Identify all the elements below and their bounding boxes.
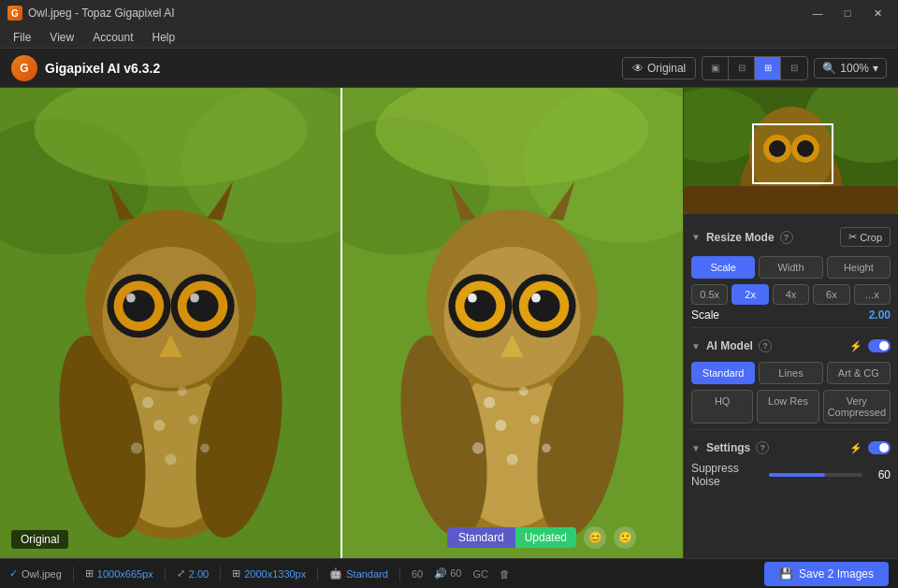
suppress-noise-value: 60 (868, 468, 891, 481)
window-title: Owl.jpeg - Topaz Gigapixel AI (28, 7, 175, 20)
titlebar: G Owl.jpeg - Topaz Gigapixel AI — □ ✕ (0, 0, 898, 26)
settings-bolt-icon: ⚡ (849, 442, 862, 454)
zoom-value: 100% (840, 62, 869, 75)
comparison-divider[interactable] (340, 88, 342, 558)
svg-point-22 (178, 387, 187, 396)
settings-section[interactable]: ▼ Settings ? ⚡ (691, 436, 891, 458)
model-art-cg[interactable]: Art & CG (827, 362, 891, 384)
view-mode-controls: ▣ ⊟ ⊞ ⊟ (702, 56, 808, 80)
original-view-button[interactable]: 👁 Original (622, 57, 696, 79)
app-header: G Gigapixel AI v6.3.2 👁 Original ▣ ⊟ ⊞ ⊟… (0, 49, 898, 88)
app-logo-area: G Gigapixel AI v6.3.2 (11, 55, 160, 81)
sep3 (220, 566, 221, 581)
eye-icon: 👁 (632, 62, 644, 75)
scale-display: 2.00 (189, 568, 209, 580)
right-panel: ▼ Resize Mode ? ✂ Crop Scale Width Heigh… (683, 88, 898, 558)
app-title: Gigapixel AI v6.3.2 (45, 61, 160, 76)
delete-icon[interactable]: 🗑 (500, 568, 510, 580)
mini-preview[interactable] (684, 88, 898, 214)
divider-2 (691, 429, 891, 430)
single-view-button[interactable]: ▣ (702, 57, 729, 79)
menu-help[interactable]: Help (145, 29, 183, 46)
side-by-side-view-button[interactable]: ⊟ (729, 57, 755, 79)
app-logo: G (11, 55, 37, 81)
output-dimensions: 2000x1330px (244, 568, 306, 580)
model-icon: 🤖 (329, 567, 342, 580)
svg-point-54 (506, 453, 517, 465)
svg-point-43 (468, 294, 477, 303)
ai-model-help[interactable]: ? (759, 339, 772, 352)
sep2 (165, 566, 166, 581)
menu-view[interactable]: View (42, 29, 81, 46)
suppress-noise-slider-container: 60 (769, 468, 891, 481)
resize-mode-section[interactable]: ▼ Resize Mode ? ✂ Crop (691, 222, 891, 251)
input-dims-icon: ⊞ (85, 567, 94, 580)
settings-actions: ⚡ (849, 441, 891, 454)
settings-toggle[interactable] (868, 441, 891, 454)
svg-point-53 (472, 442, 484, 453)
zoom-chevron: ▾ (873, 62, 878, 75)
model-lines[interactable]: Lines (759, 362, 822, 384)
maximize-button[interactable]: □ (834, 0, 861, 26)
gc-label: GC (472, 568, 488, 580)
processed-image (341, 88, 683, 558)
close-button[interactable]: ✕ (864, 0, 891, 26)
ai-model-toggle[interactable] (868, 339, 891, 352)
ai-model-title: AI Model (706, 339, 753, 352)
scale-4x[interactable]: 4x (773, 284, 809, 305)
height-tab[interactable]: Height (827, 256, 891, 279)
scale-value-row: Scale 2.00 (691, 308, 891, 322)
settings-help[interactable]: ? (756, 441, 769, 454)
zoom-control[interactable]: 🔍 100% ▾ (814, 58, 887, 79)
thumbs-down-button[interactable]: 🙁 (614, 526, 636, 549)
svg-point-55 (542, 443, 551, 452)
scale-2x[interactable]: 2x (731, 284, 768, 305)
suppress-noise-slider[interactable] (769, 473, 862, 477)
svg-point-23 (153, 420, 165, 431)
divider-1 (691, 327, 891, 328)
svg-point-51 (495, 420, 506, 431)
settings-chevron: ▼ (691, 443, 701, 453)
scale-icon: ⤢ (177, 567, 185, 580)
ai-model-actions: ⚡ (849, 339, 891, 352)
menu-account[interactable]: Account (85, 29, 140, 46)
model-low-res[interactable]: Low Res (757, 390, 818, 423)
model-standard[interactable]: Standard (691, 362, 755, 384)
model-very-compressed[interactable]: Very Compressed (823, 390, 891, 423)
crop-icon: ✂ (848, 231, 857, 243)
svg-point-15 (126, 294, 136, 303)
crop-button[interactable]: ✂ Crop (840, 227, 891, 247)
split-view-button[interactable]: ⊞ (755, 57, 781, 79)
model-item: 🤖 Standard (329, 567, 388, 580)
badge-updated: Updated (515, 527, 576, 548)
width-tab[interactable]: Width (759, 256, 822, 279)
image-viewer[interactable]: Original Standard Updated 😊 🙁 (0, 88, 683, 558)
resize-mode-help[interactable]: ? (780, 231, 793, 244)
input-dimensions: 1000x665px (97, 568, 153, 580)
output-dims-icon: ⊞ (232, 567, 240, 580)
save-button[interactable]: 💾 Save 2 Images (764, 562, 889, 586)
action-icons: 🗑 (500, 568, 510, 580)
svg-point-19 (190, 294, 199, 303)
scale-custom[interactable]: ...x (854, 284, 891, 305)
menu-file[interactable]: File (6, 29, 38, 46)
preview-selection-box[interactable] (752, 123, 833, 184)
main-content: Original Standard Updated 😊 🙁 (0, 88, 898, 558)
grid-view-button[interactable]: ⊟ (781, 57, 807, 79)
svg-point-25 (131, 442, 142, 453)
scale-tab[interactable]: Scale (691, 256, 755, 279)
minimize-button[interactable]: — (804, 0, 831, 26)
scale-label: Scale (691, 308, 719, 322)
window-controls: — □ ✕ (804, 0, 891, 26)
scale-number: 2.00 (869, 308, 891, 322)
zoom-icon: 🔍 (822, 62, 836, 75)
scale-0.5x[interactable]: 0.5x (691, 284, 728, 305)
suppress-noise-label: Suppress Noise (691, 462, 769, 488)
model-row1: Standard Lines Art & CG (691, 362, 891, 384)
ai-model-section[interactable]: ▼ AI Model ? ⚡ (691, 334, 891, 356)
model-hq[interactable]: HQ (691, 390, 753, 423)
svg-point-26 (165, 453, 176, 465)
scale-6x[interactable]: 6x (813, 284, 849, 305)
gc-item: GC (472, 568, 488, 580)
thumbs-up-button[interactable]: 😊 (584, 526, 606, 549)
